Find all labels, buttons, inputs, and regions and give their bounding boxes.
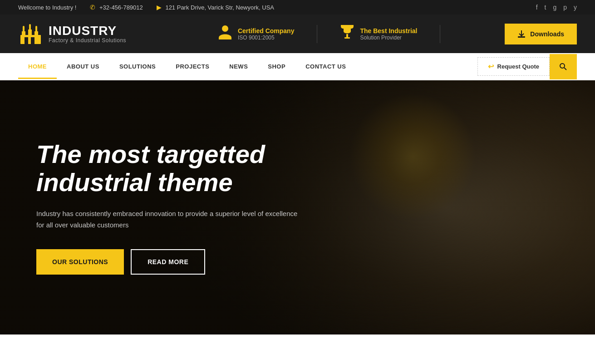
youtube-icon[interactable]: y — [574, 4, 577, 11]
read-more-button[interactable]: Read More — [131, 249, 205, 275]
topbar-left: Wellcome to Industry ! ✆ +32-456-789012 … — [18, 4, 274, 11]
nav-item-home[interactable]: HOME — [18, 54, 57, 79]
certified-icon — [218, 24, 232, 44]
address-item: ▶ 121 Park Drive, Varick Str, Newyork, U… — [157, 4, 274, 11]
reply-icon: ↩ — [488, 62, 494, 71]
svg-rect-0 — [20, 35, 41, 44]
hero-section: The most targetted industrial theme Indu… — [0, 80, 595, 334]
nav-item-about[interactable]: ABOUT US — [57, 54, 109, 79]
hero-subtitle: Industry has consistently embraced innov… — [36, 208, 300, 231]
badge-divider-1 — [317, 25, 317, 43]
hero-buttons: Our Solutions Read More — [36, 249, 300, 275]
svg-rect-10 — [346, 34, 348, 37]
svg-point-13 — [560, 64, 565, 68]
nav-item-news[interactable]: NEWS — [219, 54, 258, 79]
svg-rect-7 — [25, 37, 28, 44]
nav-item-solutions[interactable]: SOLUTIONS — [109, 54, 166, 79]
downloads-button[interactable]: Downloads — [505, 24, 577, 44]
hero-content: The most targetted industrial theme Indu… — [0, 140, 336, 274]
svg-point-9 — [222, 25, 228, 32]
logo-name: INDUSTRY — [49, 25, 126, 37]
logo-text: INDUSTRY Factory & Industrial Solutions — [49, 25, 126, 44]
nav-links: HOME ABOUT US SOLUTIONS PROJECTS NEWS SH… — [18, 54, 477, 79]
hero-title: The most targetted industrial theme — [36, 140, 300, 196]
header-badges: Certified Company ISO 9001:2005 The Best… — [153, 24, 505, 44]
trophy-icon — [340, 24, 354, 44]
facebook-icon[interactable]: f — [536, 4, 538, 11]
pinterest-icon[interactable]: p — [563, 4, 567, 11]
welcome-text: Wellcome to Industry ! — [18, 4, 76, 11]
svg-rect-5 — [29, 24, 31, 30]
address-text: 121 Park Drive, Varick Str, Newyork, USA — [165, 4, 274, 11]
nav-right: ↩ Request Quote — [477, 54, 577, 79]
certified-badge: Certified Company ISO 9001:2005 — [218, 24, 294, 44]
svg-rect-8 — [31, 37, 34, 44]
hero-title-line2: industrial theme — [36, 168, 233, 197]
google-plus-icon[interactable]: g — [553, 4, 556, 11]
svg-rect-11 — [344, 37, 350, 39]
topbar: Wellcome to Industry ! ✆ +32-456-789012 … — [0, 0, 595, 15]
best-industrial-text: The Best Industrial Solution Provider — [360, 27, 417, 41]
request-quote-button[interactable]: ↩ Request Quote — [477, 57, 550, 76]
logo-icon — [18, 21, 43, 46]
phone-item: ✆ +32-456-789012 — [90, 4, 143, 11]
svg-rect-6 — [35, 26, 37, 32]
twitter-icon[interactable]: t — [545, 4, 546, 11]
our-solutions-button[interactable]: Our Solutions — [36, 249, 124, 275]
logo-area: INDUSTRY Factory & Industrial Solutions — [18, 21, 126, 46]
navbar: HOME ABOUT US SOLUTIONS PROJECTS NEWS SH… — [0, 53, 595, 80]
search-icon — [560, 63, 567, 70]
svg-rect-12 — [518, 36, 525, 38]
phone-icon: ✆ — [90, 4, 95, 11]
svg-rect-2 — [28, 30, 32, 36]
downloads-label: Downloads — [530, 30, 564, 38]
certified-title: Certified Company — [238, 27, 294, 34]
download-icon — [517, 30, 526, 38]
request-quote-label: Request Quote — [497, 63, 539, 70]
svg-rect-4 — [23, 26, 25, 32]
badge-divider-2 — [440, 25, 440, 43]
header: INDUSTRY Factory & Industrial Solutions … — [0, 15, 595, 53]
nav-item-projects[interactable]: PROJECTS — [166, 54, 219, 79]
location-icon: ▶ — [157, 4, 162, 11]
hero-title-line1: The most targetted — [36, 140, 265, 168]
nav-item-contact[interactable]: CONTACT US — [295, 54, 356, 79]
svg-line-14 — [564, 68, 566, 70]
phone-number: +32-456-789012 — [99, 4, 143, 11]
best-industrial-subtitle: Solution Provider — [360, 34, 417, 41]
nav-item-shop[interactable]: SHOP — [258, 54, 295, 79]
best-industrial-title: The Best Industrial — [360, 27, 417, 34]
certified-text: Certified Company ISO 9001:2005 — [238, 27, 294, 41]
certified-subtitle: ISO 9001:2005 — [238, 34, 294, 41]
search-button[interactable] — [550, 54, 577, 79]
best-industrial-badge: The Best Industrial Solution Provider — [340, 24, 417, 44]
topbar-right: f t g p y — [536, 4, 577, 11]
logo-tagline: Factory & Industrial Solutions — [49, 37, 126, 44]
